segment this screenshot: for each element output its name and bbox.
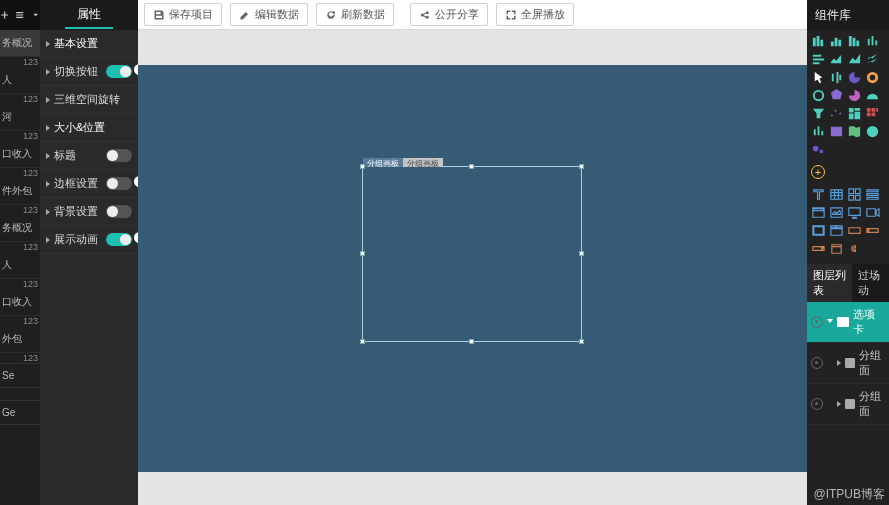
scatter-icon[interactable] xyxy=(829,106,844,121)
tabs-icon[interactable] xyxy=(829,223,844,238)
visibility-icon[interactable] xyxy=(811,357,823,369)
ring-icon[interactable] xyxy=(811,88,826,103)
widget-grid-2 xyxy=(807,183,889,260)
outline-num: 123 xyxy=(0,279,40,289)
switch-toggle-off[interactable] xyxy=(106,205,132,218)
resize-handle-w[interactable] xyxy=(360,251,365,256)
resize-handle-nw[interactable] xyxy=(360,164,365,169)
switch-toggle-on[interactable] xyxy=(106,233,132,246)
bars-h-icon[interactable] xyxy=(811,52,826,67)
outline-item[interactable]: 口收入 xyxy=(0,141,40,168)
switch-toggle-off[interactable] xyxy=(106,149,132,162)
bars-icon[interactable] xyxy=(811,34,826,49)
column-icon[interactable] xyxy=(865,34,880,49)
list-icon xyxy=(15,9,24,21)
left-outline-head[interactable] xyxy=(0,0,40,30)
outline-num: 123 xyxy=(0,131,40,141)
prop-border[interactable]: 边框设置 xyxy=(40,170,138,198)
outline-item[interactable]: 人 xyxy=(0,252,40,279)
candlestick-icon[interactable] xyxy=(829,70,844,85)
tab-layers[interactable]: 图层列表 xyxy=(807,264,852,302)
layer-label: 选项卡 xyxy=(853,307,885,337)
prop-section-sizepos[interactable]: 大小&位置 xyxy=(40,114,138,142)
outline-item[interactable]: 人 xyxy=(0,67,40,94)
save-button[interactable]: 保存项目 xyxy=(144,3,222,26)
outline-num: 123 xyxy=(0,168,40,178)
resize-handle-e[interactable] xyxy=(579,251,584,256)
add-widget-button[interactable]: + xyxy=(811,165,825,179)
layer-root[interactable]: 选项卡 xyxy=(807,302,889,343)
prop-animation[interactable]: 展示动画 xyxy=(40,226,138,254)
multi-line-icon[interactable] xyxy=(865,52,880,67)
stacked-bar-icon[interactable] xyxy=(847,34,862,49)
property-tab-active[interactable]: 属性 xyxy=(65,2,113,29)
outline-block xyxy=(0,387,40,400)
canvas[interactable]: 分组画板 分组画板 xyxy=(138,65,807,472)
resize-handle-s[interactable] xyxy=(469,339,474,344)
gauge-icon[interactable] xyxy=(865,88,880,103)
layer-child-1[interactable]: 分组面 xyxy=(807,343,889,384)
prop-3d-rotate[interactable]: 三维空间旋转 xyxy=(40,86,138,114)
resize-handle-sw[interactable] xyxy=(360,339,365,344)
prop-section-basic[interactable]: 基本设置 xyxy=(40,30,138,58)
outline-item[interactable]: 河 xyxy=(0,104,40,131)
layer-child-2[interactable]: 分组面 xyxy=(807,384,889,425)
map-icon[interactable] xyxy=(847,124,862,139)
bar-chart-icon[interactable] xyxy=(829,34,844,49)
outline-item[interactable]: 外包 xyxy=(0,326,40,353)
sunburst-icon[interactable] xyxy=(847,88,862,103)
outline-item[interactable]: 口收入 xyxy=(0,289,40,316)
layer-icon xyxy=(837,317,849,327)
input-icon[interactable] xyxy=(865,223,880,238)
text-icon[interactable] xyxy=(811,187,826,202)
area-chart-icon[interactable] xyxy=(847,52,862,67)
edit-data-button[interactable]: 编辑数据 xyxy=(230,3,308,26)
resize-handle-se[interactable] xyxy=(579,339,584,344)
prop-background[interactable]: 背景设置 xyxy=(40,198,138,226)
switch-toggle-on[interactable] xyxy=(106,65,132,78)
prop-title[interactable]: 标题 xyxy=(40,142,138,170)
outline-item[interactable]: 件外包 xyxy=(0,178,40,205)
list-icon[interactable] xyxy=(865,187,880,202)
image-icon[interactable] xyxy=(829,124,844,139)
table-icon[interactable] xyxy=(829,187,844,202)
plus-icon xyxy=(0,9,9,21)
sel-tab-2[interactable]: 分组画板 xyxy=(403,158,443,167)
globe-icon[interactable] xyxy=(865,124,880,139)
visibility-icon[interactable] xyxy=(811,398,823,410)
select-icon[interactable] xyxy=(811,241,826,256)
button-icon[interactable] xyxy=(847,223,862,238)
sel-tab-1[interactable]: 分组画板 xyxy=(363,158,403,167)
cursor-icon[interactable] xyxy=(811,70,826,85)
switch-toggle-off[interactable] xyxy=(106,177,132,190)
funnel-icon[interactable] xyxy=(811,106,826,121)
heatmap-icon[interactable] xyxy=(865,106,880,121)
selection-rect[interactable]: 分组画板 分组画板 xyxy=(362,166,582,342)
video-icon[interactable] xyxy=(865,205,880,220)
bar3d-icon[interactable] xyxy=(811,124,826,139)
iframe-icon[interactable] xyxy=(811,223,826,238)
resize-handle-n[interactable] xyxy=(469,164,474,169)
card-icon[interactable] xyxy=(811,205,826,220)
radar-icon[interactable] xyxy=(829,88,844,103)
outline-item[interactable]: 务概况 xyxy=(0,215,40,242)
bubble-icon[interactable] xyxy=(811,142,826,157)
tab-scene[interactable]: 过场动 xyxy=(852,264,889,302)
prop-switch-button[interactable]: 切换按钮 xyxy=(40,58,138,86)
grid-icon[interactable] xyxy=(847,187,862,202)
donut-icon[interactable] xyxy=(865,70,880,85)
line-chart-icon[interactable] xyxy=(829,52,844,67)
right-dock: 组件库 + 图层列表 过场动 选项卡 分组面 xyxy=(807,0,889,505)
slideshow-icon[interactable] xyxy=(847,205,862,220)
date-icon[interactable] xyxy=(829,241,844,256)
refresh-data-button[interactable]: 刷新数据 xyxy=(316,3,394,26)
pie-icon[interactable] xyxy=(847,70,862,85)
fullscreen-button[interactable]: 全屏播放 xyxy=(496,3,574,26)
share-button[interactable]: 公开分享 xyxy=(410,3,488,26)
resize-handle-ne[interactable] xyxy=(579,164,584,169)
link-icon[interactable] xyxy=(847,241,862,256)
visibility-icon[interactable] xyxy=(811,316,823,328)
image2-icon[interactable] xyxy=(829,205,844,220)
outline-item[interactable]: 务概况 xyxy=(0,30,40,57)
treemap-icon[interactable] xyxy=(847,106,862,121)
